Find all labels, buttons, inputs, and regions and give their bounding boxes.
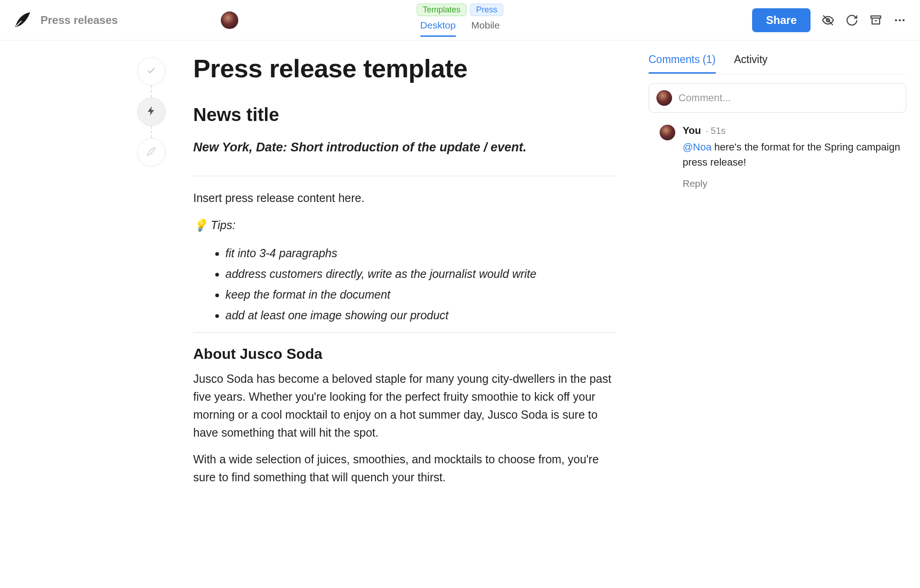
topbar: Press releases Templates Press Desktop M… [0, 0, 920, 40]
panel-tabs: Comments (1) Activity [649, 53, 906, 74]
tag-press[interactable]: Press [470, 4, 503, 16]
list-item[interactable]: add at least one image showing our produ… [225, 305, 616, 326]
comment-text: @Noa here's the format for the Spring ca… [683, 139, 902, 170]
avatar [660, 125, 675, 140]
tips-list: fit into 3-4 paragraphs address customer… [193, 243, 616, 326]
center-area: Templates Press Desktop Mobile [417, 0, 503, 40]
tab-mobile[interactable]: Mobile [472, 20, 500, 37]
svg-point-5 [903, 19, 905, 21]
tag-row: Templates Press [417, 4, 503, 16]
archive-icon[interactable] [869, 14, 882, 27]
about-paragraph[interactable]: With a wide selection of juices, smoothi… [193, 450, 616, 486]
device-tabs: Desktop Mobile [420, 20, 500, 37]
left-rail [0, 40, 193, 588]
svg-point-4 [899, 19, 901, 21]
tips-label[interactable]: 💡 Tips: [193, 216, 616, 234]
list-item[interactable]: fit into 3-4 paragraphs [225, 243, 616, 264]
rail-connector [151, 126, 152, 138]
main: Press release template News title New Yo… [0, 40, 920, 588]
about-heading[interactable]: About Jusco Soda [193, 346, 616, 363]
tab-activity[interactable]: Activity [734, 53, 768, 74]
refresh-icon[interactable] [845, 14, 858, 27]
brand: Press releases [14, 10, 118, 30]
comment-input[interactable] [678, 92, 898, 104]
svg-rect-2 [871, 16, 881, 18]
tab-comments[interactable]: Comments (1) [649, 53, 716, 74]
more-icon[interactable] [893, 14, 906, 27]
workflow-step-check[interactable] [137, 57, 166, 86]
svg-point-3 [895, 19, 897, 21]
share-button[interactable]: Share [752, 8, 811, 32]
tab-desktop[interactable]: Desktop [420, 20, 456, 37]
workflow-step-quill[interactable] [137, 138, 166, 167]
check-icon [146, 65, 157, 78]
comment-author: You [683, 125, 701, 137]
intro-line[interactable]: New York, Date: Short introduction of th… [193, 138, 616, 157]
divider [193, 332, 616, 333]
comment-head: You · 51s [683, 125, 902, 137]
brand-text: Press releases [40, 14, 118, 27]
quill-icon [146, 146, 157, 159]
right-actions: Share [752, 8, 906, 32]
rail-connector [151, 86, 152, 98]
section-news-title[interactable]: News title [193, 104, 616, 125]
content-placeholder[interactable]: Insert press release content here. [193, 189, 616, 207]
divider [193, 176, 616, 176]
mention[interactable]: @Noa [683, 141, 712, 153]
comment-item: You · 51s @Noa here's the format for the… [649, 113, 906, 189]
quill-logo-icon [14, 10, 32, 30]
document: Press release template News title New Yo… [193, 40, 616, 588]
lightning-icon [146, 105, 157, 118]
comment-time: · 51s [706, 126, 725, 136]
workflow-step-active[interactable] [137, 98, 166, 126]
tag-templates[interactable]: Templates [417, 4, 466, 16]
comment-text-rest: here's the format for the Spring campaig… [683, 141, 900, 168]
side-panel: Comments (1) Activity You · 51s @Noa her… [616, 40, 920, 588]
comment-input-box[interactable] [649, 83, 906, 113]
avatar [656, 90, 672, 106]
visibility-off-icon[interactable] [822, 14, 834, 27]
reply-link[interactable]: Reply [683, 178, 707, 189]
list-item[interactable]: address customers directly, write as the… [225, 264, 616, 284]
about-paragraph[interactable]: Jusco Soda has become a beloved staple f… [193, 370, 616, 441]
user-avatar[interactable] [221, 12, 238, 29]
doc-title[interactable]: Press release template [193, 53, 616, 83]
list-item[interactable]: keep the format in the document [225, 284, 616, 305]
